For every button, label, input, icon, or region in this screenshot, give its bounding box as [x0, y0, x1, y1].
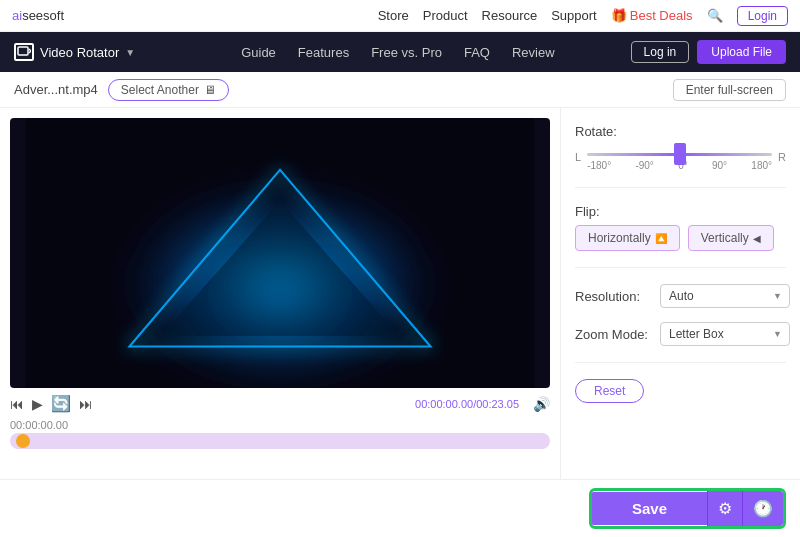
flip-vertical-button[interactable]: Vertically ◀ — [688, 225, 774, 251]
rotate-right-label: R — [778, 151, 786, 163]
divider-3 — [575, 362, 786, 363]
login-button[interactable]: Login — [737, 6, 788, 26]
app-name-label: Video Rotator — [40, 45, 119, 60]
flip-v-icon: ◀ — [753, 233, 761, 244]
history-button[interactable]: 🕐 — [742, 491, 783, 526]
timeline-thumb[interactable] — [16, 434, 30, 448]
select-another-button[interactable]: Select Another 🖥 — [108, 79, 229, 101]
nav-features[interactable]: Features — [298, 45, 349, 60]
volume-icon[interactable]: 🔊 — [533, 396, 550, 412]
marker-neg180: -180° — [587, 160, 611, 171]
rotate-track — [587, 153, 772, 156]
divider-2 — [575, 267, 786, 268]
flip-label: Flip: — [575, 204, 650, 219]
rotate-label: Rotate: — [575, 124, 650, 139]
video-rotator-icon — [14, 43, 34, 61]
video-panel: ⏮ ▶ 🔄 ⏭ 00:00:00.00/00:23.05 🔊 00:00:00.… — [0, 108, 560, 479]
flip-h-icon: 🔼 — [655, 233, 667, 244]
svg-point-6 — [197, 253, 363, 336]
logo-ai: ai — [12, 8, 22, 23]
zoom-label: Zoom Mode: — [575, 327, 650, 342]
playback-controls: ⏮ ▶ 🔄 ⏭ 00:00:00.00/00:23.05 🔊 — [10, 388, 550, 419]
resolution-select-wrap: Auto 1920x1080 1280x720 854x480 — [660, 284, 790, 308]
rewind-button[interactable]: ⏮ — [10, 396, 24, 412]
second-nav-links: Guide Features Free vs. Pro FAQ Review — [241, 45, 554, 60]
top-nav-links: Store Product Resource Support 🎁Best Dea… — [378, 6, 788, 26]
workspace: ⏮ ▶ 🔄 ⏭ 00:00:00.00/00:23.05 🔊 00:00:00.… — [0, 108, 800, 479]
controls-panel: Rotate: L -180° -90° 0° 90° 180° — [560, 108, 800, 479]
svg-rect-0 — [18, 47, 28, 55]
toolbar: Adver...nt.mp4 Select Another 🖥 Enter fu… — [0, 72, 800, 108]
save-bar: Save ⚙ 🕐 — [0, 479, 800, 537]
forward-button[interactable]: ⏭ — [79, 396, 93, 412]
rotate-section: Rotate: L -180° -90° 0° 90° 180° — [575, 124, 786, 171]
save-bar-inner: Save ⚙ 🕐 — [589, 488, 786, 529]
flip-horizontal-button[interactable]: Horizontally 🔼 — [575, 225, 680, 251]
zoom-select-wrap: Letter Box Full Screen Crop — [660, 322, 790, 346]
upload-file-button[interactable]: Upload File — [697, 40, 786, 64]
timeline-bar[interactable] — [10, 433, 550, 449]
nav-resource[interactable]: Resource — [482, 8, 538, 23]
second-navbar: Video Rotator ▼ Guide Features Free vs. … — [0, 32, 800, 72]
play-button[interactable]: ▶ — [32, 396, 43, 412]
history-icon: 🕐 — [753, 500, 773, 517]
main-content: Adver...nt.mp4 Select Another 🖥 Enter fu… — [0, 72, 800, 537]
resolution-select[interactable]: Auto 1920x1080 1280x720 854x480 — [660, 284, 790, 308]
timeline-area: 00:00:00.00 — [10, 419, 550, 457]
marker-pos180: 180° — [751, 160, 772, 171]
monitor-icon: 🖥 — [204, 83, 216, 97]
dropdown-chevron[interactable]: ▼ — [125, 47, 135, 58]
log-in-button[interactable]: Log in — [631, 41, 690, 63]
file-name: Adver...nt.mp4 — [14, 82, 98, 97]
marker-pos90: 90° — [712, 160, 727, 171]
zoom-select[interactable]: Letter Box Full Screen Crop — [660, 322, 790, 346]
rotate-thumb[interactable] — [674, 143, 686, 165]
flip-vertical-label: Vertically — [701, 231, 749, 245]
nav-support[interactable]: Support — [551, 8, 597, 23]
resolution-label: Resolution: — [575, 289, 650, 304]
loop-button[interactable]: 🔄 — [51, 394, 71, 413]
nav-product[interactable]: Product — [423, 8, 468, 23]
reset-button[interactable]: Reset — [575, 379, 644, 403]
rotate-left-label: L — [575, 151, 581, 163]
timeline-time: 00:00:00.00 — [10, 419, 550, 431]
logo: aiseesoft — [12, 8, 64, 23]
nav-best-deals[interactable]: 🎁Best Deals — [611, 8, 693, 23]
nav-store[interactable]: Store — [378, 8, 409, 23]
zoom-row: Zoom Mode: Letter Box Full Screen Crop — [575, 322, 786, 346]
select-another-label: Select Another — [121, 83, 199, 97]
marker-neg90: -90° — [635, 160, 653, 171]
nav-guide[interactable]: Guide — [241, 45, 276, 60]
nav-free-vs-pro[interactable]: Free vs. Pro — [371, 45, 442, 60]
toolbar-left: Adver...nt.mp4 Select Another 🖥 — [14, 79, 229, 101]
rotate-header: Rotate: — [575, 124, 786, 139]
save-button[interactable]: Save — [592, 492, 707, 525]
settings-icon: ⚙ — [718, 500, 732, 517]
nav-faq[interactable]: FAQ — [464, 45, 490, 60]
nav-review[interactable]: Review — [512, 45, 555, 60]
settings-button[interactable]: ⚙ — [707, 491, 742, 526]
search-icon[interactable]: 🔍 — [707, 8, 723, 23]
app-title: Video Rotator ▼ — [14, 43, 135, 61]
flip-buttons: Horizontally 🔼 Vertically ◀ — [575, 225, 786, 251]
enter-fullscreen-button[interactable]: Enter full-screen — [673, 79, 786, 101]
resolution-row: Resolution: Auto 1920x1080 1280x720 854x… — [575, 284, 786, 308]
gift-icon: 🎁 — [611, 8, 627, 23]
video-preview — [10, 118, 550, 388]
rotate-slider-wrap[interactable]: -180° -90° 0° 90° 180° — [587, 143, 772, 171]
logo-rest: seesoft — [22, 8, 64, 23]
time-display: 00:00:00.00/00:23.05 — [415, 398, 519, 410]
flip-section: Flip: Horizontally 🔼 Vertically ◀ — [575, 204, 786, 251]
flip-horizontal-label: Horizontally — [588, 231, 651, 245]
divider-1 — [575, 187, 786, 188]
